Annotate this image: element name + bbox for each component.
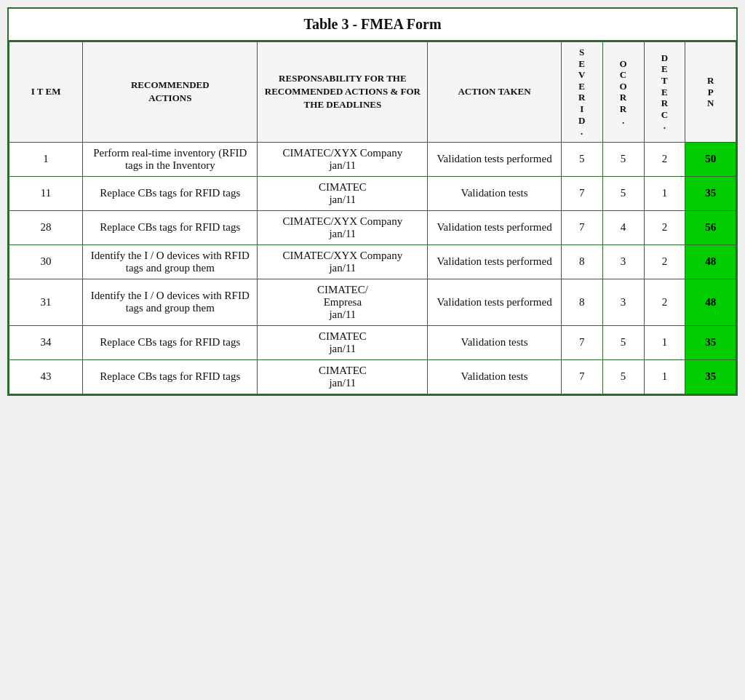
cell-item: 43 bbox=[9, 359, 83, 394]
cell-rpn: 35 bbox=[685, 359, 736, 394]
cell-item: 31 bbox=[9, 279, 83, 325]
cell-severity: 5 bbox=[561, 142, 602, 176]
col-header-occurrence: O C O R R . bbox=[602, 42, 644, 143]
cell-rpn: 35 bbox=[685, 325, 736, 359]
col-header-rpn: R P N bbox=[685, 42, 736, 143]
cell-severity: 8 bbox=[561, 279, 602, 325]
table-row: 11Replace CBs tags for RFID tagsCIMATEC … bbox=[9, 176, 736, 210]
col-header-responsibility: RESPONSABILITY FOR THE RECOMMENDED ACTIO… bbox=[258, 42, 428, 143]
col-header-detection: D E T E R C . bbox=[644, 42, 685, 143]
cell-recommended: Replace CBs tags for RFID tags bbox=[83, 176, 258, 210]
cell-responsibility: CIMATEC/ Empresa jan/11 bbox=[258, 279, 428, 325]
cell-occurrence: 5 bbox=[602, 176, 644, 210]
cell-detection: 2 bbox=[644, 142, 685, 176]
cell-action-taken: Validation tests bbox=[428, 359, 561, 394]
cell-item: 11 bbox=[9, 176, 83, 210]
col-header-recommended: RECOMMENDED ACTIONS bbox=[83, 42, 258, 143]
cell-severity: 7 bbox=[561, 210, 602, 244]
cell-occurrence: 3 bbox=[602, 279, 644, 325]
cell-occurrence: 5 bbox=[602, 359, 644, 394]
cell-occurrence: 5 bbox=[602, 325, 644, 359]
cell-action-taken: Validation tests bbox=[428, 325, 561, 359]
cell-responsibility: CIMATEC jan/11 bbox=[258, 359, 428, 394]
fmea-table-wrapper: Table 3 - FMEA Form I T EM RECOMMENDED A… bbox=[7, 7, 738, 396]
cell-responsibility: CIMATEC jan/11 bbox=[258, 176, 428, 210]
cell-recommended: Identify the I / O devices with RFID tag… bbox=[83, 244, 258, 279]
cell-detection: 2 bbox=[644, 210, 685, 244]
cell-item: 1 bbox=[9, 142, 83, 176]
table-row: 31Identify the I / O devices with RFID t… bbox=[9, 279, 736, 325]
cell-rpn: 48 bbox=[685, 279, 736, 325]
cell-action-taken: Validation tests bbox=[428, 176, 561, 210]
cell-item: 30 bbox=[9, 244, 83, 279]
table-row: 43Replace CBs tags for RFID tagsCIMATEC … bbox=[9, 359, 736, 394]
cell-responsibility: CIMATEC/XYX Company jan/11 bbox=[258, 210, 428, 244]
table-row: 1Perform real-time inventory (RFID tags … bbox=[9, 142, 736, 176]
cell-recommended: Replace CBs tags for RFID tags bbox=[83, 359, 258, 394]
col-header-severity: S E V E R I D . bbox=[561, 42, 602, 143]
cell-occurrence: 4 bbox=[602, 210, 644, 244]
table-row: 28Replace CBs tags for RFID tagsCIMATEC/… bbox=[9, 210, 736, 244]
cell-occurrence: 5 bbox=[602, 142, 644, 176]
cell-severity: 7 bbox=[561, 359, 602, 394]
cell-detection: 2 bbox=[644, 279, 685, 325]
cell-detection: 1 bbox=[644, 176, 685, 210]
cell-action-taken: Validation tests performed bbox=[428, 244, 561, 279]
table-title: Table 3 - FMEA Form bbox=[9, 9, 736, 41]
cell-occurrence: 3 bbox=[602, 244, 644, 279]
cell-responsibility: CIMATEC jan/11 bbox=[258, 325, 428, 359]
cell-rpn: 50 bbox=[685, 142, 736, 176]
cell-detection: 1 bbox=[644, 359, 685, 394]
col-header-action-taken: ACTION TAKEN bbox=[428, 42, 561, 143]
fmea-table: I T EM RECOMMENDED ACTIONS RESPONSABILIT… bbox=[9, 41, 736, 394]
table-row: 30Identify the I / O devices with RFID t… bbox=[9, 244, 736, 279]
cell-severity: 7 bbox=[561, 325, 602, 359]
cell-recommended: Replace CBs tags for RFID tags bbox=[83, 325, 258, 359]
cell-item: 34 bbox=[9, 325, 83, 359]
col-header-item: I T EM bbox=[9, 42, 83, 143]
cell-detection: 1 bbox=[644, 325, 685, 359]
cell-severity: 8 bbox=[561, 244, 602, 279]
cell-recommended: Perform real-time inventory (RFID tags i… bbox=[83, 142, 258, 176]
cell-responsibility: CIMATEC/XYX Company jan/11 bbox=[258, 142, 428, 176]
cell-rpn: 48 bbox=[685, 244, 736, 279]
cell-action-taken: Validation tests performed bbox=[428, 279, 561, 325]
cell-rpn: 56 bbox=[685, 210, 736, 244]
cell-recommended: Identify the I / O devices with RFID tag… bbox=[83, 279, 258, 325]
cell-responsibility: CIMATEC/XYX Company jan/11 bbox=[258, 244, 428, 279]
cell-detection: 2 bbox=[644, 244, 685, 279]
cell-recommended: Replace CBs tags for RFID tags bbox=[83, 210, 258, 244]
cell-item: 28 bbox=[9, 210, 83, 244]
cell-severity: 7 bbox=[561, 176, 602, 210]
cell-rpn: 35 bbox=[685, 176, 736, 210]
table-row: 34Replace CBs tags for RFID tagsCIMATEC … bbox=[9, 325, 736, 359]
cell-action-taken: Validation tests performed bbox=[428, 142, 561, 176]
cell-action-taken: Validation tests performed bbox=[428, 210, 561, 244]
